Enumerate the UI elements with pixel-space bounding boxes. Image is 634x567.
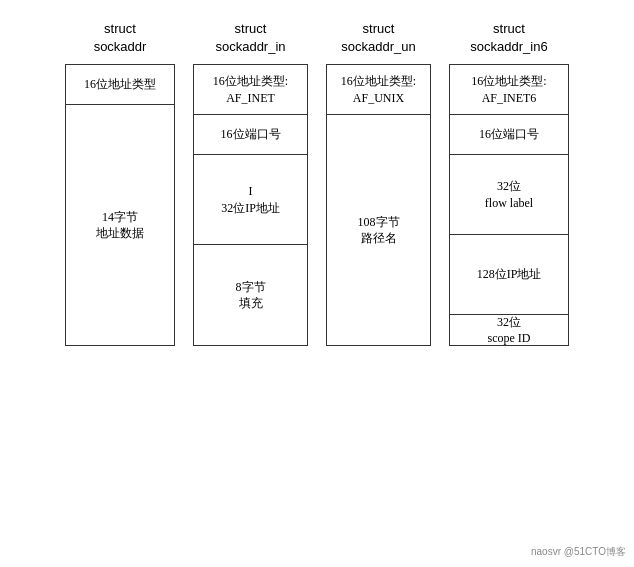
field-sockaddr_in6-2: 32位 flow label [450,155,568,235]
column-sockaddr_in6: struct sockaddr_in616位地址类型: AF_INET616位端… [449,20,569,346]
body-sockaddr_un: 16位地址类型: AF_UNIX108字节 路径名 [326,64,431,346]
field-sockaddr_in6-1: 16位端口号 [450,115,568,155]
body-sockaddr_in6: 16位地址类型: AF_INET616位端口号32位 flow label128… [449,64,569,346]
column-sockaddr: struct sockaddr16位地址类型14字节 地址数据 [65,20,175,346]
watermark: naosvr @51CTO博客 [531,545,626,559]
field-sockaddr_in6-0: 16位地址类型: AF_INET6 [450,65,568,115]
field-sockaddr_in6-3: 128位IP地址 [450,235,568,315]
title-sockaddr_un: struct sockaddr_un [341,20,415,56]
field-sockaddr_un-1: 108字节 路径名 [327,115,430,345]
field-sockaddr_un-0: 16位地址类型: AF_UNIX [327,65,430,115]
field-sockaddr_in6-4: 32位 scope ID [450,315,568,345]
field-sockaddr_in-2: I 32位IP地址 [194,155,307,245]
field-sockaddr_in-0: 16位地址类型: AF_INET [194,65,307,115]
column-sockaddr_un: struct sockaddr_un16位地址类型: AF_UNIX108字节 … [326,20,431,346]
body-sockaddr_in: 16位地址类型: AF_INET16位端口号I 32位IP地址8字节 填充 [193,64,308,346]
title-sockaddr_in6: struct sockaddr_in6 [470,20,547,56]
field-sockaddr_in-3: 8字节 填充 [194,245,307,345]
diagram-container: struct sockaddr16位地址类型14字节 地址数据struct so… [10,20,624,346]
field-sockaddr-1: 14字节 地址数据 [66,105,174,345]
title-sockaddr: struct sockaddr [94,20,147,56]
field-sockaddr_in-1: 16位端口号 [194,115,307,155]
body-sockaddr: 16位地址类型14字节 地址数据 [65,64,175,346]
column-sockaddr_in: struct sockaddr_in16位地址类型: AF_INET16位端口号… [193,20,308,346]
title-sockaddr_in: struct sockaddr_in [215,20,285,56]
field-sockaddr-0: 16位地址类型 [66,65,174,105]
